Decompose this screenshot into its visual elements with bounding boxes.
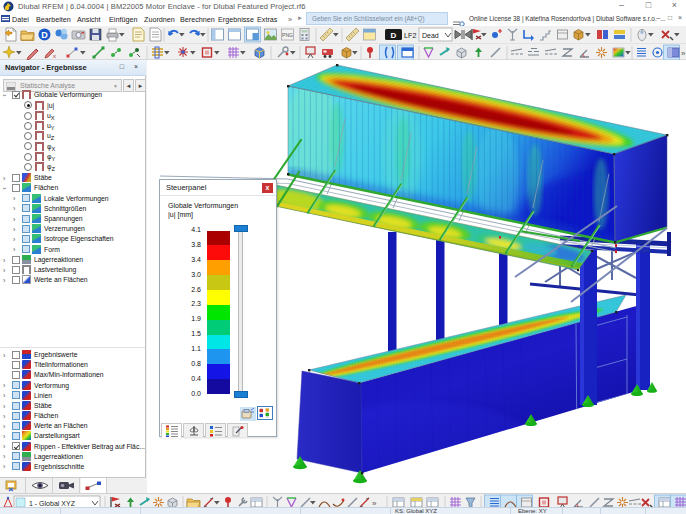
- svg-text:D: D: [391, 31, 397, 40]
- svg-text:PNG: PNG: [282, 32, 293, 38]
- svg-text:1 - Global XYZ: 1 - Global XYZ: [29, 500, 76, 507]
- svg-text:D: D: [41, 30, 48, 40]
- svg-text:Dead: Dead: [422, 32, 439, 39]
- svg-text:LF2: LF2: [404, 31, 416, 40]
- svg-text:»: »: [681, 49, 686, 58]
- svg-text:x: x: [53, 53, 56, 59]
